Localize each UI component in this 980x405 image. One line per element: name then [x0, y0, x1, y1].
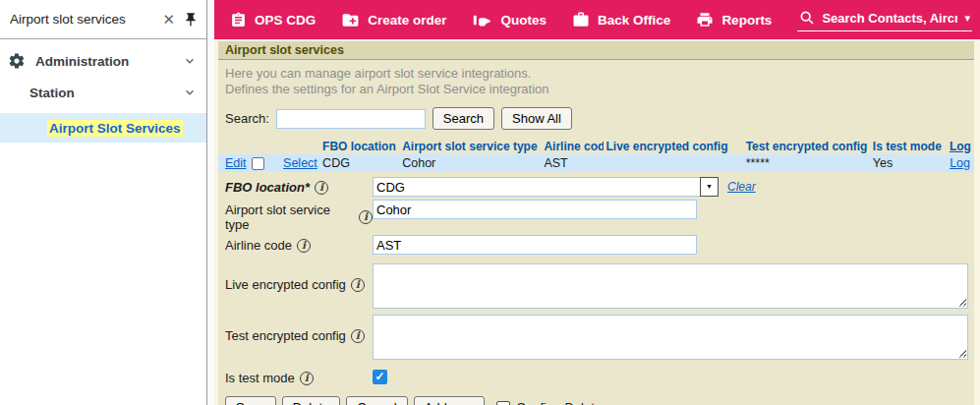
confirm-delete-label: Confirm Delete	[516, 400, 602, 405]
info-icon[interactable]: i	[315, 181, 328, 195]
header-is-test-mode: Is test mode	[871, 139, 948, 154]
test-config-row: Test encrypted config i	[225, 315, 974, 360]
live-config-textarea[interactable]	[373, 263, 968, 309]
nav-item-reports[interactable]: Reports	[696, 11, 772, 29]
printer-icon	[696, 11, 714, 29]
header-service-type: Airport slot service type	[400, 139, 542, 154]
sidebar-item-administration[interactable]: Administration	[0, 48, 206, 74]
gear-icon	[8, 52, 26, 70]
nav-item-ops-cdg[interactable]: OPS CDG	[230, 12, 316, 29]
cell-test-encrypted-config: *****	[744, 154, 871, 172]
info-icon[interactable]: i	[359, 210, 373, 224]
test-config-textarea[interactable]	[373, 315, 968, 360]
is-test-mode-checkbox[interactable]: ✓	[373, 370, 387, 384]
cancel-button[interactable]: Cancel	[346, 396, 407, 405]
clear-link[interactable]: Clear	[727, 180, 756, 194]
clipboard-icon	[230, 12, 247, 29]
cell-checkbox	[250, 154, 281, 172]
sidebar-divider[interactable]	[207, 0, 214, 405]
chevron-down-icon[interactable]	[183, 54, 197, 68]
service-type-input[interactable]	[373, 200, 697, 219]
info-icon[interactable]: i	[297, 239, 311, 253]
header-select-spacer	[281, 139, 320, 154]
info-icon[interactable]: i	[351, 329, 365, 343]
slot-services-table: FBO location Airport slot service type A…	[218, 139, 974, 172]
airline-code-label: Airline code	[225, 238, 292, 253]
sidebar-item-label-highlighted: Airport Slot Services	[47, 120, 183, 137]
is-test-mode-row: Is test mode i ✓	[225, 368, 974, 385]
confirm-delete-checkbox[interactable]	[496, 401, 510, 405]
table-row: Edit Select CDG Cohor AST ***** Yes Log	[218, 154, 974, 172]
header-edit-spacer	[218, 139, 250, 154]
info-icon[interactable]: i	[351, 278, 365, 292]
header-live-encrypted-config: Live encrypted config	[604, 139, 743, 154]
table-search-input[interactable]	[276, 109, 426, 129]
airport-slot-services-panel: Airport slot services Here you can manag…	[218, 41, 974, 405]
description-line-2: Defines the settings for an Airport Slot…	[225, 82, 974, 97]
header-checkbox-spacer	[250, 139, 281, 154]
airline-code-row: Airline code i	[225, 235, 974, 255]
cell-log: Log	[948, 154, 974, 172]
content-area: Airport slot services Here you can manag…	[214, 39, 980, 405]
main-area: OPS CDG Create order Quotes Back Office	[214, 0, 980, 405]
sidebar-search-input[interactable]	[10, 12, 154, 27]
sidebar-search-bar: ✕	[0, 0, 206, 39]
sidebar-item-label: Administration	[35, 54, 129, 69]
search-button[interactable]: Search	[432, 107, 494, 130]
edit-link[interactable]: Edit	[225, 156, 247, 170]
row-checkbox[interactable]	[252, 157, 264, 170]
select-link[interactable]: Select	[283, 156, 317, 170]
fbo-location-input[interactable]	[373, 177, 719, 197]
show-all-button[interactable]: Show All	[501, 107, 572, 130]
sidebar-item-station[interactable]: Station	[0, 80, 206, 105]
description-line-1: Here you can manage airport slot service…	[225, 66, 974, 82]
pointing-hand-icon	[473, 13, 493, 28]
app-window: ✕ Administration Station Airport Slot Se…	[0, 0, 980, 405]
nav-item-back-office[interactable]: Back Office	[572, 11, 670, 29]
search-icon	[799, 10, 815, 26]
page-description: Here you can manage airport slot service…	[218, 60, 974, 97]
delete-button[interactable]: Delete	[282, 396, 341, 405]
form-actions: Save Delete Cancel Add new Confirm Delet…	[225, 396, 974, 405]
airline-code-input[interactable]	[373, 235, 697, 255]
service-type-label: Airport slot service type	[225, 202, 354, 232]
header-log-link[interactable]: Log	[948, 139, 974, 154]
fbo-location-row: FBO location* i ▼ Clear	[225, 177, 974, 197]
fbo-location-combobox: ▼	[373, 177, 719, 197]
caret-down-icon[interactable]: ▾	[964, 13, 970, 24]
cell-airline-code: AST	[542, 154, 604, 172]
info-icon[interactable]: i	[300, 372, 314, 385]
cell-live-encrypted-config	[604, 154, 743, 172]
pin-icon[interactable]	[183, 12, 199, 28]
save-button[interactable]: Save	[225, 396, 276, 405]
folder-plus-icon	[341, 11, 360, 29]
global-search: ▾	[797, 8, 972, 31]
nav-item-label: Reports	[721, 13, 772, 28]
add-new-button[interactable]: Add new	[414, 396, 486, 405]
top-navigation-bar: OPS CDG Create order Quotes Back Office	[214, 0, 980, 39]
global-search-input[interactable]	[822, 11, 957, 26]
nav-item-label: Back Office	[598, 13, 670, 28]
live-config-label: Live encrypted config	[225, 277, 346, 292]
sidebar-item-airport-slot-services[interactable]: Airport Slot Services	[0, 113, 206, 143]
briefcase-icon	[572, 11, 590, 29]
table-search-row: Search: Search Show All	[225, 107, 974, 130]
nav-item-label: OPS CDG	[255, 13, 316, 28]
slot-service-form: FBO location* i ▼ Clear Airport slot ser…	[218, 172, 974, 405]
header-airline-code: Airline code	[542, 139, 604, 154]
nav-item-quotes[interactable]: Quotes	[473, 13, 548, 28]
header-test-encrypted-config: Test encrypted config	[744, 139, 871, 154]
dropdown-arrow-icon[interactable]: ▼	[700, 177, 719, 197]
cell-is-test-mode: Yes	[871, 154, 948, 172]
cell-edit: Edit	[218, 154, 250, 172]
clear-search-icon[interactable]: ✕	[162, 12, 175, 27]
sidebar: ✕ Administration Station Airport Slot Se…	[0, 0, 207, 405]
sidebar-item-label: Station	[29, 86, 75, 100]
service-type-row: Airport slot service type i	[225, 200, 974, 232]
nav-item-create-order[interactable]: Create order	[341, 11, 446, 29]
cell-service-type: Cohor	[400, 154, 542, 172]
cell-fbo-location: CDG	[320, 154, 400, 172]
test-config-label: Test encrypted config	[225, 328, 346, 343]
log-link[interactable]: Log	[950, 156, 970, 170]
chevron-down-icon[interactable]	[183, 86, 197, 99]
